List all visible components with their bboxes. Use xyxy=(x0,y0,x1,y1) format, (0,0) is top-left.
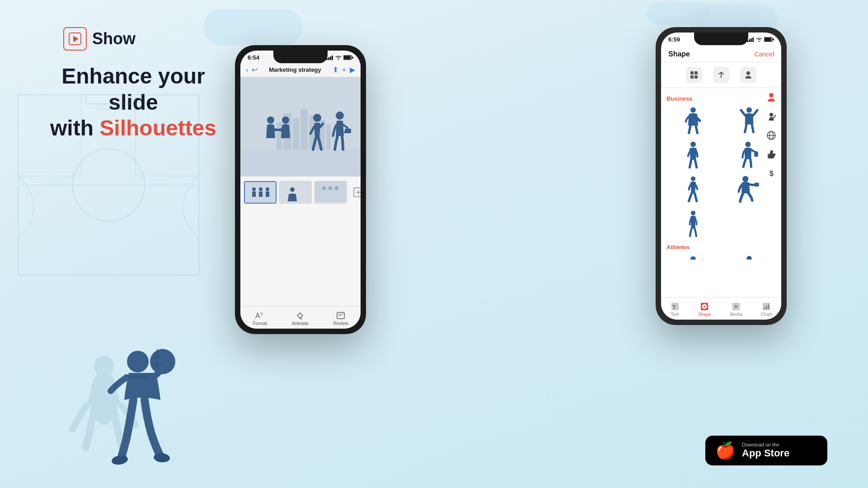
svg-rect-25 xyxy=(277,122,282,149)
shape-athlete-1[interactable] xyxy=(666,253,720,260)
phone-shape-panel: 6:59 xyxy=(656,27,787,325)
add-icon[interactable]: + xyxy=(342,66,346,74)
globe-icon xyxy=(766,130,776,140)
review-label: Review xyxy=(333,321,348,326)
shape-business-1[interactable] xyxy=(666,105,720,136)
tab-animate[interactable]: Animate xyxy=(292,311,309,326)
shape-tab-chart[interactable]: Chart xyxy=(761,302,772,317)
svg-rect-97 xyxy=(764,307,765,310)
svg-rect-20 xyxy=(332,56,333,60)
svg-rect-22 xyxy=(344,56,351,59)
slide-thumbnails xyxy=(240,177,361,208)
play-icon[interactable]: ▶ xyxy=(350,65,355,74)
svg-rect-32 xyxy=(240,149,361,177)
svg-point-70 xyxy=(690,107,696,113)
svg-rect-5 xyxy=(86,95,131,104)
svg-point-73 xyxy=(745,142,751,147)
svg-point-49 xyxy=(328,186,332,190)
phone-screen-2: 6:59 xyxy=(661,33,781,320)
filter-shapes-icon[interactable] xyxy=(686,67,702,83)
svg-rect-44 xyxy=(266,191,269,197)
business-shape-grid xyxy=(666,105,776,239)
dollar-icon: $ xyxy=(766,168,776,178)
svg-rect-23 xyxy=(352,57,353,59)
back-icon[interactable]: ‹ xyxy=(246,66,248,74)
add-slide-button[interactable] xyxy=(350,181,361,204)
right-sidebar-icons: $ xyxy=(765,91,778,180)
svg-point-10 xyxy=(94,356,114,376)
tab-review[interactable]: Review xyxy=(333,311,348,326)
chart-tab-icon xyxy=(762,302,771,311)
thumbsup-category-icon[interactable] xyxy=(765,148,778,161)
thumb-svg-2 xyxy=(280,181,310,202)
svg-point-78 xyxy=(691,211,695,215)
text-tab-icon: T xyxy=(671,302,680,311)
bottom-tabs-phone1: Aᵀ Format Animate xyxy=(240,306,361,329)
shapes-filter-svg xyxy=(690,70,699,79)
media-tab-icon xyxy=(732,302,741,311)
svg-rect-8 xyxy=(136,95,199,176)
slide-title: Marketing strategy xyxy=(258,66,332,73)
slide-svg xyxy=(240,77,361,177)
svg-point-48 xyxy=(322,186,326,190)
business-silhouette-3 xyxy=(682,141,704,168)
shape-tab-text[interactable]: T Text xyxy=(671,302,680,317)
svg-point-39 xyxy=(252,187,256,191)
svg-point-72 xyxy=(690,142,696,147)
cloud-decoration-1 xyxy=(203,9,303,45)
shape-business-3[interactable] xyxy=(666,139,720,171)
svg-rect-16 xyxy=(129,375,148,379)
svg-rect-31 xyxy=(326,125,331,149)
share-icon[interactable]: ⬆ xyxy=(333,65,338,74)
dollar-category-icon[interactable]: $ xyxy=(765,167,778,180)
svg-point-13 xyxy=(127,351,149,372)
appstore-sub-label: Download on the xyxy=(742,442,789,447)
logo-area: Show xyxy=(63,27,136,51)
play-icon xyxy=(69,33,81,45)
business-silhouette-7 xyxy=(682,210,704,237)
filter-person-icon[interactable] xyxy=(740,67,756,83)
svg-rect-64 xyxy=(773,39,774,41)
appstore-badge[interactable]: 🍎 Download on the App Store xyxy=(705,436,827,465)
svg-rect-19 xyxy=(330,56,331,60)
upload-filter-svg xyxy=(717,70,726,79)
phone-frame-2: 6:59 xyxy=(656,27,787,325)
svg-rect-27 xyxy=(293,118,299,149)
status-icons-1 xyxy=(326,55,353,60)
shape-business-7[interactable] xyxy=(666,208,720,239)
format-label: Format xyxy=(253,321,267,326)
filter-up-icon[interactable] xyxy=(713,67,729,83)
slide-thumb-3[interactable] xyxy=(314,181,347,204)
thumbs-up-icon xyxy=(766,149,776,159)
phone-marketing-strategy: 6:54 xyxy=(235,45,366,334)
svg-point-80 xyxy=(746,256,751,260)
person-category-icon[interactable] xyxy=(765,91,778,104)
slide-thumb-1[interactable] xyxy=(244,181,277,204)
phone-frame-1: 6:54 xyxy=(235,45,366,334)
phone1-time: 6:54 xyxy=(248,54,259,61)
svg-rect-87 xyxy=(768,154,769,158)
shape-athlete-2[interactable] xyxy=(723,253,776,260)
svg-point-79 xyxy=(690,256,696,260)
undo-icon[interactable]: ↩ xyxy=(252,65,258,74)
athlete-silhouette-2 xyxy=(738,256,760,260)
svg-point-46 xyxy=(290,187,295,192)
shape-business-5[interactable] xyxy=(666,173,720,205)
business-silhouette-2 xyxy=(738,107,760,134)
tab-format[interactable]: Aᵀ Format xyxy=(253,311,267,326)
sport-category-icon[interactable] xyxy=(765,110,778,123)
slide-thumb-2[interactable] xyxy=(279,181,312,204)
shape-bottom-tabs: T Text Shape M xyxy=(661,297,781,320)
court-background xyxy=(14,90,203,280)
add-slide-icon xyxy=(353,187,361,198)
svg-point-34 xyxy=(282,116,289,124)
globe-category-icon[interactable] xyxy=(765,129,778,142)
athlete-silhouette-1 xyxy=(682,256,704,260)
battery-icon xyxy=(343,55,353,60)
svg-rect-63 xyxy=(765,38,771,41)
shape-tab-media[interactable]: Media xyxy=(730,302,742,317)
media-tab-label: Media xyxy=(730,312,742,317)
cancel-button[interactable]: Cancel xyxy=(754,51,774,58)
shape-tab-shape[interactable]: Shape xyxy=(698,302,711,317)
logo-icon xyxy=(63,27,87,51)
